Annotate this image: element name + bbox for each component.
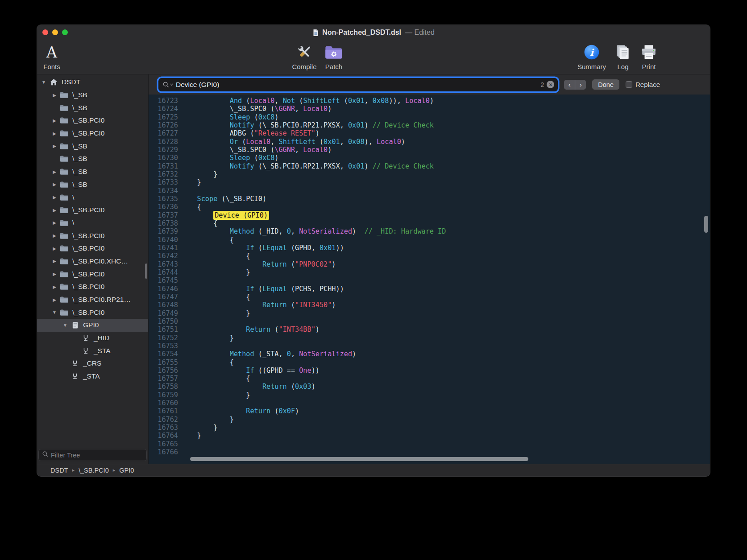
filter-tree-field[interactable] <box>38 449 147 461</box>
code-line[interactable]: 16750 <box>149 317 710 325</box>
zoom-window-button[interactable] <box>62 29 68 35</box>
code-line[interactable]: 16730 Sleep (0xC8) <box>149 154 710 162</box>
done-button[interactable]: Done <box>592 79 619 90</box>
minimize-window-button[interactable] <box>52 29 58 35</box>
code-line[interactable]: 16760 <box>149 399 710 407</box>
tree-item-sta[interactable]: _STA <box>37 344 148 357</box>
find-next-button[interactable]: › <box>575 80 586 90</box>
code-line[interactable]: 16738 { <box>149 219 710 227</box>
disclosure-triangle[interactable]: ▶ <box>50 144 59 148</box>
code-line[interactable]: 16761 Return (0x0F) <box>149 407 710 415</box>
code-line[interactable]: 16724 \_SB.SPC0 (\GGNR, Local0) <box>149 105 710 113</box>
code-line[interactable]: 16723 And (Local0, Not (ShiftLeft (0x01,… <box>149 97 710 105</box>
tree-item-sb[interactable]: ▶\_SB <box>37 89 148 102</box>
code-line[interactable]: 16764 } <box>149 432 710 440</box>
code-line[interactable]: 16747 { <box>149 293 710 301</box>
tree-item-sb-pci0-xhc[interactable]: ▶\_SB.PCI0.XHC… <box>37 255 148 268</box>
tree-item-crs[interactable]: _CRS <box>37 357 148 370</box>
sidebar-scrollbar-thumb[interactable] <box>145 264 147 279</box>
breadcrumb-item[interactable]: GPI0 <box>119 467 134 474</box>
tree-item-sb-pci0[interactable]: ▶\_SB.PCI0 <box>37 229 148 242</box>
close-window-button[interactable] <box>42 29 48 35</box>
disclosure-triangle[interactable]: ▶ <box>50 272 59 276</box>
tree-item-sb-pci0[interactable]: ▶\_SB.PCI0 <box>37 268 148 280</box>
code-line[interactable]: 16736 { <box>149 203 710 211</box>
code-line[interactable]: 16755 { <box>149 358 710 366</box>
code-line[interactable]: 16729 \_SB.SPC0 (\GGNR, Local0) <box>149 146 710 154</box>
fonts-button[interactable]: A Fonts <box>43 42 60 70</box>
code-line[interactable]: 16728 Or (Local0, ShiftLeft (0x01, 0x08)… <box>149 138 710 146</box>
tree-item-sb-pci0[interactable]: ▼\_SB.PCI0 <box>37 306 148 319</box>
code-line[interactable]: 16748 Return ("INT3450") <box>149 301 710 309</box>
tree-item-sb[interactable]: ▶\_SB <box>37 140 148 152</box>
compile-button[interactable]: Compile <box>292 42 316 70</box>
code-line[interactable]: 16735 Scope (\_SB.PCI0) <box>149 195 710 203</box>
code-line[interactable]: 16766 <box>149 448 710 456</box>
disclosure-triangle[interactable]: ▶ <box>50 220 59 225</box>
code-line[interactable]: 16741 If (LEqual (GPHD, 0x01)) <box>149 244 710 252</box>
code-line[interactable]: 16745 <box>149 276 710 284</box>
code-line[interactable]: 16753 <box>149 342 710 350</box>
code-line[interactable]: 16725 Sleep (0xC8) <box>149 113 710 121</box>
code-line[interactable]: 16739 Method (_HID, 0, NotSerialized) //… <box>149 227 710 235</box>
code-line[interactable]: 16762 } <box>149 416 710 424</box>
patch-button[interactable]: Patch <box>324 42 343 70</box>
code-line[interactable]: 16746 If (LEqual (PCHS, PCHH)) <box>149 285 710 293</box>
disclosure-triangle[interactable]: ▶ <box>50 182 59 187</box>
find-field[interactable]: 2 ✕ <box>158 78 558 91</box>
filter-tree-input[interactable] <box>51 452 143 459</box>
code-line[interactable]: 16763 } <box>149 424 710 432</box>
editor-horizontal-scrollbar-thumb[interactable] <box>190 457 528 461</box>
tree-item-sb[interactable]: \_SB <box>37 101 148 114</box>
disclosure-triangle[interactable]: ▶ <box>50 169 59 174</box>
replace-checkbox[interactable] <box>626 81 632 88</box>
editor-vertical-scrollbar-thumb[interactable] <box>704 216 708 233</box>
code-line[interactable]: 16751 Return ("INT34BB") <box>149 325 710 334</box>
disclosure-triangle[interactable]: ▶ <box>50 118 59 123</box>
disclosure-triangle[interactable]: ▶ <box>50 233 59 238</box>
tree-item-sb-pci0[interactable]: ▶\_SB.PCI0 <box>37 127 148 140</box>
code-line[interactable]: 16737 Device (GPI0) <box>149 211 710 219</box>
tree-item-[interactable]: ▶\ <box>37 191 148 204</box>
tree-item-sb-pci0[interactable]: ▶\_SB.PCI0 <box>37 114 148 127</box>
code-line[interactable]: 16743 Return ("PNP0C02") <box>149 260 710 268</box>
code-line[interactable]: 16757 { <box>149 375 710 383</box>
tree-item-[interactable]: ▶\ <box>37 217 148 230</box>
tree-item-hid[interactable]: _HID <box>37 332 148 345</box>
disclosure-triangle[interactable]: ▶ <box>50 284 59 289</box>
summary-button[interactable]: i Summary <box>577 42 606 70</box>
tree-item-sb[interactable]: ▶\_SB <box>37 165 148 178</box>
code-line[interactable]: 16740 { <box>149 236 710 244</box>
code-line[interactable]: 16742 { <box>149 252 710 260</box>
disclosure-triangle[interactable]: ▶ <box>50 93 59 98</box>
code-line[interactable]: 16726 Notify (\_SB.PCI0.RP21.PXSX, 0x01)… <box>149 121 710 129</box>
disclosure-triangle[interactable]: ▶ <box>50 131 59 136</box>
code-line[interactable]: 16734 <box>149 187 710 195</box>
code-line[interactable]: 16731 Notify (\_SB.PCI0.RP21.PXSX, 0x01)… <box>149 162 710 170</box>
tree-item-sb-pci0[interactable]: ▶\_SB.PCI0 <box>37 280 148 293</box>
tree-item-sta[interactable]: _STA <box>37 370 148 383</box>
tree-item-gpi0[interactable]: ▼GPI0 <box>37 319 148 332</box>
tree-item-sb-pci0-rp21[interactable]: ▶\_SB.PCI0.RP21… <box>37 293 148 306</box>
disclosure-triangle[interactable]: ▶ <box>50 246 59 251</box>
code-line[interactable]: 16749 } <box>149 309 710 317</box>
code-line[interactable]: 16758 Return (0x03) <box>149 383 710 391</box>
code-line[interactable]: 16759 } <box>149 391 710 399</box>
disclosure-triangle[interactable]: ▼ <box>50 310 59 315</box>
disclosure-triangle[interactable]: ▶ <box>50 259 59 264</box>
tree-item-dsdt[interactable]: ▼DSDT <box>37 76 148 89</box>
disclosure-triangle[interactable]: ▼ <box>60 323 70 328</box>
code-line[interactable]: 16733 } <box>149 178 710 186</box>
breadcrumb-item[interactable]: DSDT <box>50 467 68 474</box>
disclosure-triangle[interactable]: ▶ <box>50 208 59 213</box>
tree-item-sb[interactable]: ▶\_SB <box>37 178 148 191</box>
tree-item-sb-pci0[interactable]: ▶\_SB.PCI0 <box>37 242 148 255</box>
find-previous-button[interactable]: ‹ <box>564 80 575 90</box>
disclosure-triangle[interactable]: ▶ <box>50 195 59 200</box>
find-input[interactable] <box>176 81 538 89</box>
code-line[interactable]: 16754 Method (_STA, 0, NotSerialized) <box>149 350 710 358</box>
code-line[interactable]: 16752 } <box>149 334 710 342</box>
tree-item-sb[interactable]: \_SB <box>37 152 148 165</box>
disclosure-triangle[interactable]: ▼ <box>39 80 49 85</box>
breadcrumb-item[interactable]: \_SB.PCI0 <box>79 467 109 474</box>
